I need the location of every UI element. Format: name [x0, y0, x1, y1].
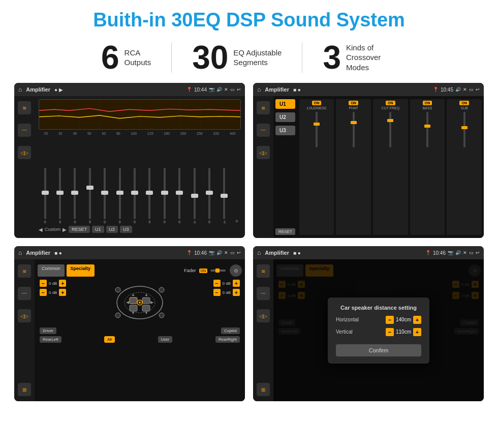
eq-u3-btn[interactable]: U3	[120, 226, 132, 233]
eq-slider-12[interactable]: -1	[218, 168, 231, 224]
wave-icon-4[interactable]: 〰	[257, 287, 270, 300]
svg-text:▲: ▲	[131, 292, 135, 297]
car-svg: ▲ ▲ ▼ ▼ ◀ ▶	[107, 280, 173, 325]
eq-slider-6[interactable]: 0	[128, 168, 141, 224]
loudness-slider[interactable]	[316, 112, 318, 147]
clock-dialog: 10:46	[433, 250, 446, 256]
home-icon-2[interactable]: ⌂	[257, 86, 261, 93]
eq-slider-5[interactable]: 0	[113, 168, 126, 224]
fl-minus[interactable]: −	[40, 280, 47, 287]
eq-icon-2[interactable]: ≋	[257, 101, 270, 114]
eq-reset-btn[interactable]: RESET	[69, 226, 90, 233]
eq-slider-10[interactable]: -1	[188, 168, 201, 224]
common-tab[interactable]: Common	[38, 264, 65, 277]
fader-slider-icon[interactable]	[210, 267, 226, 274]
fr-db-value: 0 dB	[223, 281, 231, 286]
horizontal-minus-btn[interactable]: −	[386, 316, 394, 324]
all-btn[interactable]: All	[104, 336, 115, 343]
screen-fader: ⌂ Amplifier ■ ● 📍 10:46 📷 🔊 ✕ ▭ ↩ ≋ 〰 ◁▷…	[14, 246, 245, 401]
fr-minus[interactable]: −	[213, 280, 221, 287]
volume-side-icon[interactable]: ◁▷	[18, 146, 31, 159]
eq-icon-3[interactable]: ≋	[18, 264, 31, 278]
speaker-controls-left: − 0 dB + − 0 dB +	[38, 279, 242, 326]
volume-side-icon-4[interactable]: ◁▷	[257, 309, 270, 322]
user-btn[interactable]: User	[158, 336, 173, 343]
dialog-vertical-row: Vertical − 110cm +	[336, 328, 421, 336]
eq-slider-4[interactable]: 0	[99, 168, 111, 224]
fader-on[interactable]: ON	[199, 268, 208, 273]
location-icon-4: 📍	[425, 250, 431, 256]
volume-side-icon-3[interactable]: ◁▷	[18, 309, 31, 322]
wave-icon-3[interactable]: 〰	[18, 287, 31, 300]
next-btn[interactable]: ▶	[63, 227, 67, 232]
volume-side-icon-2[interactable]: ◁▷	[257, 146, 270, 159]
eq-slider-7[interactable]: 0	[143, 168, 156, 224]
settings-circle-icon[interactable]: ⚙	[230, 264, 242, 277]
band-phat: ON PHAT	[336, 99, 371, 235]
copilot-btn[interactable]: Copilot	[221, 327, 240, 334]
home-icon[interactable]: ⌂	[18, 86, 22, 93]
eq-slider-8[interactable]: 0	[158, 168, 171, 224]
u3-btn[interactable]: U3	[275, 126, 295, 135]
driver-btn[interactable]: Driver	[40, 327, 56, 334]
eq-slider-9[interactable]: 0	[173, 168, 186, 224]
svg-point-10	[139, 302, 141, 304]
eq-slider-3[interactable]: 5	[83, 168, 96, 224]
stat-rca: 6 RCA Outputs	[81, 41, 171, 74]
wave-icon-2[interactable]: 〰	[257, 124, 270, 137]
svg-rect-5	[130, 297, 137, 304]
fl-db-value: 0 dB	[49, 281, 57, 286]
bands-reset-btn[interactable]: RESET	[275, 228, 295, 235]
topbar-fader: ⌂ Amplifier ■ ● 📍 10:46 📷 🔊 ✕ ▭ ↩	[14, 246, 245, 259]
vertical-plus-btn[interactable]: +	[413, 328, 421, 336]
surround-icon-4[interactable]: ⊞	[257, 383, 270, 396]
surround-icon[interactable]: ⊞	[18, 383, 31, 396]
home-icon-4[interactable]: ⌂	[257, 249, 261, 256]
clock-fader: 10:46	[194, 250, 207, 256]
rearright-btn[interactable]: RearRight	[215, 336, 240, 343]
confirm-button[interactable]: Confirm	[336, 344, 421, 356]
rr-plus[interactable]: +	[233, 289, 240, 296]
topbar-title-bands: Amplifier	[265, 86, 289, 93]
eq-slider-1[interactable]: 0	[53, 168, 66, 224]
eq-slider-0[interactable]: 0	[39, 168, 51, 224]
rearleft-btn[interactable]: RearLeft	[40, 336, 61, 343]
svg-point-13	[115, 313, 120, 318]
phat-slider[interactable]	[353, 112, 355, 147]
horizontal-plus-btn[interactable]: +	[413, 316, 421, 324]
back-icon-2[interactable]: ↩	[476, 87, 480, 93]
eq-main: 2532 4050 6380 100125 160200 250320 400 …	[35, 96, 245, 238]
bass-slider[interactable]	[426, 112, 428, 147]
u1-btn[interactable]: U1	[275, 99, 295, 109]
specialty-tab[interactable]: Specialty	[67, 264, 95, 277]
fr-plus[interactable]: +	[233, 280, 240, 287]
window-icon-4: ▭	[469, 250, 474, 256]
band-bass: ON BASS	[410, 99, 445, 235]
vertical-minus-btn[interactable]: −	[386, 328, 394, 336]
rl-db-value: 0 dB	[49, 290, 57, 295]
eq-icon-4[interactable]: ≋	[257, 264, 270, 278]
prev-btn[interactable]: ◀	[39, 227, 43, 232]
eq-icon[interactable]: ≋	[18, 101, 31, 114]
back-icon-4[interactable]: ↩	[476, 250, 480, 256]
back-icon-3[interactable]: ↩	[237, 250, 241, 256]
wave-icon[interactable]: 〰	[18, 124, 31, 137]
camera-icon-4: 📷	[448, 250, 453, 256]
car-diagram: ▲ ▲ ▼ ▼ ◀ ▶	[107, 280, 173, 325]
back-icon[interactable]: ↩	[237, 87, 241, 93]
rl-minus[interactable]: −	[40, 289, 47, 296]
sub-slider[interactable]	[463, 112, 465, 147]
home-icon-3[interactable]: ⌂	[18, 249, 22, 256]
fl-plus[interactable]: +	[59, 280, 66, 287]
expand-icon[interactable]: »	[233, 218, 241, 224]
rl-plus[interactable]: +	[59, 289, 66, 296]
rr-minus[interactable]: −	[213, 289, 221, 296]
fader-screen-body: ≋ 〰 ◁▷ ⊞ Common Specialty Fader ON	[14, 259, 245, 401]
cutfreq-slider[interactable]	[389, 112, 391, 147]
u2-btn[interactable]: U2	[275, 112, 295, 122]
eq-u1-btn[interactable]: U1	[92, 226, 104, 233]
eq-slider-11[interactable]: 0	[203, 168, 215, 224]
eq-slider-2[interactable]: 0	[69, 168, 81, 224]
eq-u2-btn[interactable]: U2	[106, 226, 118, 233]
bands-main: U1 U2 U3 RESET ON LOUDNESS ON PHAT	[273, 96, 484, 238]
